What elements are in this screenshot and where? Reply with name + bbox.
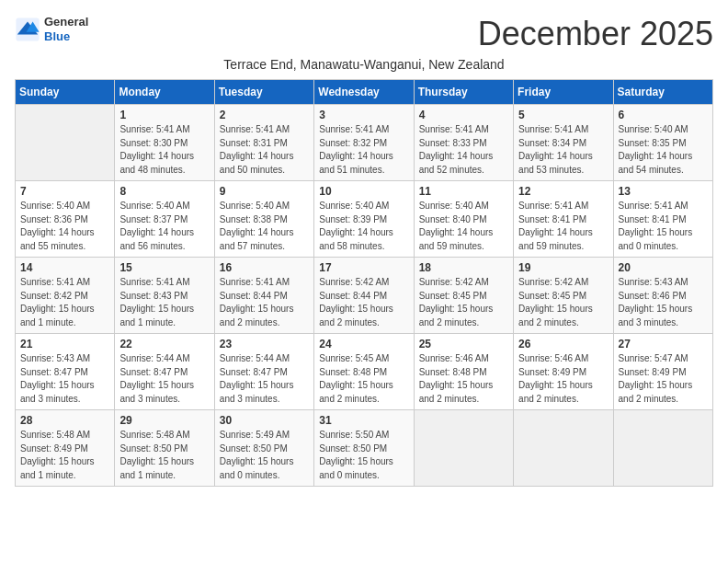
day-info: Sunrise: 5:41 AM Sunset: 8:33 PM Dayligh… [419,123,508,177]
logo-blue: Blue [44,29,70,43]
day-number: 18 [419,261,508,274]
day-info: Sunrise: 5:49 AM Sunset: 8:50 PM Dayligh… [220,429,309,482]
week-row-5: 28Sunrise: 5:48 AM Sunset: 8:49 PM Dayli… [16,410,713,487]
day-number: 2 [220,109,309,121]
day-info: Sunrise: 5:40 AM Sunset: 8:37 PM Dayligh… [119,200,209,253]
day-info: Sunrise: 5:44 AM Sunset: 8:47 PM Dayligh… [119,352,209,406]
calendar-cell: 16Sunrise: 5:41 AM Sunset: 8:44 PM Dayli… [214,258,313,334]
day-number: 30 [220,414,309,427]
day-number: 21 [20,338,109,350]
day-info: Sunrise: 5:40 AM Sunset: 8:35 PM Dayligh… [619,123,708,177]
weekday-header-sunday: Sunday [16,80,115,105]
header: General Blue December 2025 [15,15,713,53]
calendar-cell: 1Sunrise: 5:41 AM Sunset: 8:30 PM Daylig… [115,105,214,181]
day-info: Sunrise: 5:41 AM Sunset: 8:41 PM Dayligh… [518,200,608,253]
day-info: Sunrise: 5:41 AM Sunset: 8:42 PM Dayligh… [20,276,109,329]
calendar-cell: 3Sunrise: 5:41 AM Sunset: 8:32 PM Daylig… [314,105,414,181]
weekday-header-thursday: Thursday [414,80,513,105]
day-info: Sunrise: 5:50 AM Sunset: 8:50 PM Dayligh… [319,429,408,482]
day-number: 12 [518,185,608,198]
calendar-cell: 5Sunrise: 5:41 AM Sunset: 8:34 PM Daylig… [514,105,613,181]
week-row-4: 21Sunrise: 5:43 AM Sunset: 8:47 PM Dayli… [16,334,713,410]
calendar-cell: 26Sunrise: 5:46 AM Sunset: 8:49 PM Dayli… [514,334,613,410]
day-info: Sunrise: 5:47 AM Sunset: 8:49 PM Dayligh… [619,352,708,406]
calendar-cell: 22Sunrise: 5:44 AM Sunset: 8:47 PM Dayli… [115,334,214,410]
calendar-cell: 15Sunrise: 5:41 AM Sunset: 8:43 PM Dayli… [115,258,214,334]
day-number: 5 [518,109,608,121]
calendar-cell: 9Sunrise: 5:40 AM Sunset: 8:38 PM Daylig… [214,181,313,258]
day-info: Sunrise: 5:40 AM Sunset: 8:38 PM Dayligh… [220,200,309,253]
day-info: Sunrise: 5:41 AM Sunset: 8:32 PM Dayligh… [319,123,408,177]
week-row-3: 14Sunrise: 5:41 AM Sunset: 8:42 PM Dayli… [16,258,713,334]
calendar-cell: 17Sunrise: 5:42 AM Sunset: 8:44 PM Dayli… [314,258,414,334]
calendar-cell: 30Sunrise: 5:49 AM Sunset: 8:50 PM Dayli… [214,410,313,487]
day-number: 11 [419,185,508,198]
logo-icon [15,17,40,42]
calendar-cell: 2Sunrise: 5:41 AM Sunset: 8:31 PM Daylig… [214,105,313,181]
day-number: 24 [319,338,408,350]
calendar-cell: 27Sunrise: 5:47 AM Sunset: 8:49 PM Dayli… [613,334,712,410]
month-title: December 2025 [478,15,713,53]
day-number: 1 [119,109,209,121]
day-number: 23 [220,338,309,350]
calendar-cell: 6Sunrise: 5:40 AM Sunset: 8:35 PM Daylig… [613,105,712,181]
subtitle: Terrace End, Manawatu-Wanganui, New Zeal… [15,57,713,72]
weekday-header-friday: Friday [514,80,613,105]
day-info: Sunrise: 5:44 AM Sunset: 8:47 PM Dayligh… [220,352,309,406]
calendar-cell [414,410,513,487]
day-info: Sunrise: 5:46 AM Sunset: 8:49 PM Dayligh… [518,352,608,406]
week-row-1: 1Sunrise: 5:41 AM Sunset: 8:30 PM Daylig… [16,105,713,181]
day-number: 9 [220,185,309,198]
day-info: Sunrise: 5:43 AM Sunset: 8:47 PM Dayligh… [20,352,109,406]
day-info: Sunrise: 5:42 AM Sunset: 8:44 PM Dayligh… [319,276,408,329]
day-number: 3 [319,109,408,121]
calendar-cell: 24Sunrise: 5:45 AM Sunset: 8:48 PM Dayli… [314,334,414,410]
day-number: 6 [619,109,708,121]
day-info: Sunrise: 5:45 AM Sunset: 8:48 PM Dayligh… [319,352,408,406]
logo-general: General [44,15,88,29]
calendar-cell: 18Sunrise: 5:42 AM Sunset: 8:45 PM Dayli… [414,258,513,334]
day-info: Sunrise: 5:40 AM Sunset: 8:36 PM Dayligh… [20,200,109,253]
day-number: 14 [20,261,109,274]
calendar-cell: 13Sunrise: 5:41 AM Sunset: 8:41 PM Dayli… [613,181,712,258]
day-number: 4 [419,109,508,121]
logo-text: General Blue [44,15,88,43]
day-info: Sunrise: 5:42 AM Sunset: 8:45 PM Dayligh… [419,276,508,329]
calendar-cell: 28Sunrise: 5:48 AM Sunset: 8:49 PM Dayli… [16,410,115,487]
calendar-cell: 31Sunrise: 5:50 AM Sunset: 8:50 PM Dayli… [314,410,414,487]
day-number: 31 [319,414,408,427]
day-info: Sunrise: 5:41 AM Sunset: 8:41 PM Dayligh… [619,200,708,253]
calendar-cell: 4Sunrise: 5:41 AM Sunset: 8:33 PM Daylig… [414,105,513,181]
calendar-cell: 25Sunrise: 5:46 AM Sunset: 8:48 PM Dayli… [414,334,513,410]
day-info: Sunrise: 5:48 AM Sunset: 8:50 PM Dayligh… [119,429,209,482]
calendar-cell: 14Sunrise: 5:41 AM Sunset: 8:42 PM Dayli… [16,258,115,334]
day-info: Sunrise: 5:43 AM Sunset: 8:46 PM Dayligh… [619,276,708,329]
day-number: 19 [518,261,608,274]
calendar-cell [514,410,613,487]
day-info: Sunrise: 5:46 AM Sunset: 8:48 PM Dayligh… [419,352,508,406]
day-info: Sunrise: 5:48 AM Sunset: 8:49 PM Dayligh… [20,429,109,482]
calendar-cell: 23Sunrise: 5:44 AM Sunset: 8:47 PM Dayli… [214,334,313,410]
day-number: 22 [119,338,209,350]
weekday-header-saturday: Saturday [613,80,712,105]
day-info: Sunrise: 5:41 AM Sunset: 8:31 PM Dayligh… [220,123,309,177]
day-number: 16 [220,261,309,274]
day-number: 25 [419,338,508,350]
day-number: 10 [319,185,408,198]
day-number: 27 [619,338,708,350]
calendar-cell: 7Sunrise: 5:40 AM Sunset: 8:36 PM Daylig… [16,181,115,258]
calendar-cell: 21Sunrise: 5:43 AM Sunset: 8:47 PM Dayli… [16,334,115,410]
calendar-cell: 19Sunrise: 5:42 AM Sunset: 8:45 PM Dayli… [514,258,613,334]
day-number: 28 [20,414,109,427]
weekday-header-row: SundayMondayTuesdayWednesdayThursdayFrid… [16,80,713,105]
day-number: 26 [518,338,608,350]
day-number: 17 [319,261,408,274]
calendar-cell: 10Sunrise: 5:40 AM Sunset: 8:39 PM Dayli… [314,181,414,258]
day-info: Sunrise: 5:42 AM Sunset: 8:45 PM Dayligh… [518,276,608,329]
calendar-cell: 29Sunrise: 5:48 AM Sunset: 8:50 PM Dayli… [115,410,214,487]
calendar-cell: 8Sunrise: 5:40 AM Sunset: 8:37 PM Daylig… [115,181,214,258]
calendar-cell: 20Sunrise: 5:43 AM Sunset: 8:46 PM Dayli… [613,258,712,334]
day-info: Sunrise: 5:41 AM Sunset: 8:44 PM Dayligh… [220,276,309,329]
calendar-cell: 12Sunrise: 5:41 AM Sunset: 8:41 PM Dayli… [514,181,613,258]
day-info: Sunrise: 5:40 AM Sunset: 8:40 PM Dayligh… [419,200,508,253]
